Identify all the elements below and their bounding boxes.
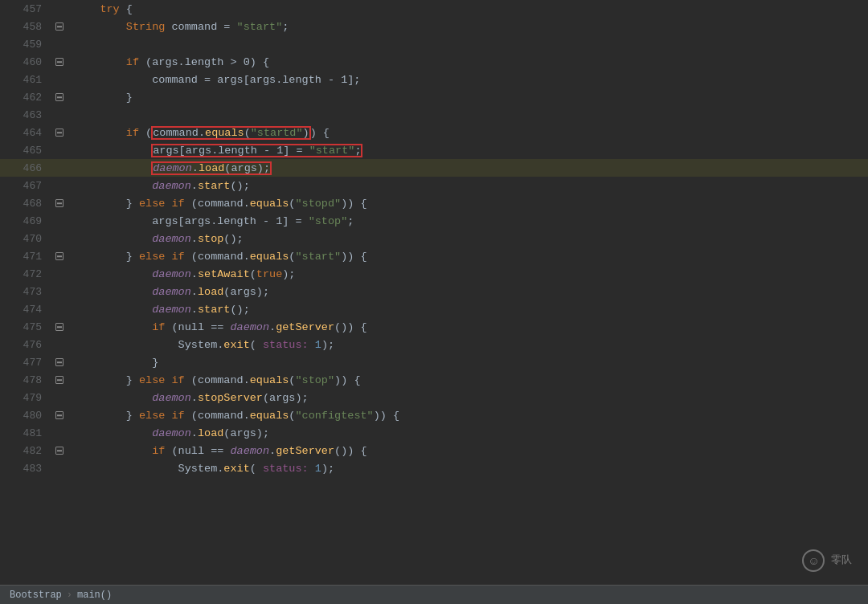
code-line: } else if (command.equals("stopd")) { (71, 194, 868, 212)
line-number: 480 (0, 406, 48, 424)
gutter-row (48, 230, 71, 247)
code-line (71, 106, 868, 124)
line-number: 466 (0, 159, 48, 177)
code-line: } else if (command.equals("start")) { (71, 247, 868, 265)
fold-icon[interactable] (55, 358, 63, 366)
code-line: if (null == daemon.getServer()) { (71, 442, 868, 459)
code-line (71, 35, 868, 53)
gutter-row (48, 336, 71, 353)
fold-icon[interactable] (55, 447, 63, 455)
line-number: 467 (0, 177, 48, 194)
line-number: 482 (0, 442, 48, 459)
gutter-row (48, 141, 71, 159)
code-area: 4574584594604614624634644654664674684694… (0, 0, 868, 585)
code-line: if (null == daemon.getServer()) { (71, 318, 868, 336)
gutter-row (48, 0, 71, 18)
line-number: 474 (0, 300, 48, 318)
line-number: 481 (0, 424, 48, 442)
code-line: daemon.load(args); (71, 424, 868, 442)
line-number: 465 (0, 141, 48, 159)
gutter (48, 0, 71, 585)
line-number: 463 (0, 106, 48, 124)
editor-container: 4574584594604614624634644654664674684694… (0, 0, 868, 604)
gutter-row (48, 283, 71, 300)
line-number: 462 (0, 88, 48, 106)
fold-icon[interactable] (55, 376, 63, 384)
line-number: 472 (0, 265, 48, 283)
gutter-row (48, 194, 71, 212)
fold-icon[interactable] (55, 252, 63, 260)
code-line: command = args[args.length - 1]; (71, 71, 868, 88)
gutter-row (48, 177, 71, 194)
code-line: String command = "start"; (71, 18, 868, 35)
fold-icon[interactable] (55, 199, 63, 207)
code-line: daemon.setAwait(true); (71, 265, 868, 283)
gutter-row (48, 459, 71, 477)
code-lines: try { String command = "start"; if (args… (71, 0, 868, 585)
gutter-row (48, 424, 71, 442)
gutter-row (48, 35, 71, 53)
code-line: } else if (command.equals("configtest"))… (71, 406, 868, 424)
breadcrumb-bootstrap: Bootstrap (10, 590, 62, 601)
code-line: } else if (command.equals("stop")) { (71, 371, 868, 389)
gutter-row (48, 442, 71, 459)
code-line: daemon.stop(); (71, 230, 868, 247)
gutter-row (48, 300, 71, 318)
gutter-row (48, 106, 71, 124)
gutter-row (48, 265, 71, 283)
code-line: try { (71, 0, 868, 18)
line-number: 471 (0, 247, 48, 265)
gutter-row (48, 406, 71, 424)
code-line: System.exit( status: 1); (71, 459, 868, 477)
line-number: 461 (0, 71, 48, 88)
line-number: 457 (0, 0, 48, 18)
gutter-row (48, 88, 71, 106)
line-number: 464 (0, 124, 48, 141)
breadcrumb-method: main() (77, 590, 112, 601)
line-number: 478 (0, 371, 48, 389)
fold-icon[interactable] (55, 22, 63, 31)
code-line: } (71, 353, 868, 371)
fold-icon[interactable] (55, 411, 63, 419)
line-numbers: 4574584594604614624634644654664674684694… (0, 0, 48, 585)
statusbar: Bootstrap › main() (0, 585, 868, 604)
code-line: daemon.start(); (71, 300, 868, 318)
code-line: } (71, 88, 868, 106)
code-line: if (command.equals("startd")) { (71, 124, 868, 141)
gutter-row (48, 53, 71, 71)
line-number: 479 (0, 389, 48, 406)
line-number: 468 (0, 194, 48, 212)
gutter-row (48, 353, 71, 371)
fold-icon[interactable] (55, 93, 63, 101)
line-number: 477 (0, 353, 48, 371)
code-line: System.exit( status: 1); (71, 336, 868, 353)
line-number: 483 (0, 459, 48, 477)
gutter-row (48, 71, 71, 88)
fold-icon[interactable] (55, 129, 63, 137)
gutter-row (48, 124, 71, 141)
line-number: 473 (0, 283, 48, 300)
line-number: 469 (0, 212, 48, 230)
code-line: daemon.stopServer(args); (71, 389, 868, 406)
line-number: 476 (0, 336, 48, 353)
code-line: daemon.load(args); (71, 283, 868, 300)
gutter-row (48, 159, 71, 177)
gutter-row (48, 247, 71, 265)
gutter-row (48, 318, 71, 336)
line-number: 475 (0, 318, 48, 336)
line-number: 460 (0, 53, 48, 71)
code-line: if (args.length > 0) { (71, 53, 868, 71)
code-line: daemon.load(args); (71, 159, 868, 177)
breadcrumb-sep: › (67, 590, 72, 601)
fold-icon[interactable] (55, 323, 63, 331)
gutter-row (48, 18, 71, 35)
gutter-row (48, 371, 71, 389)
gutter-row (48, 389, 71, 406)
line-number: 470 (0, 230, 48, 247)
line-number: 459 (0, 35, 48, 53)
gutter-row (48, 212, 71, 230)
code-line: args[args.length - 1] = "stop"; (71, 212, 868, 230)
code-line: daemon.start(); (71, 177, 868, 194)
fold-icon[interactable] (55, 58, 63, 66)
line-number: 458 (0, 18, 48, 35)
